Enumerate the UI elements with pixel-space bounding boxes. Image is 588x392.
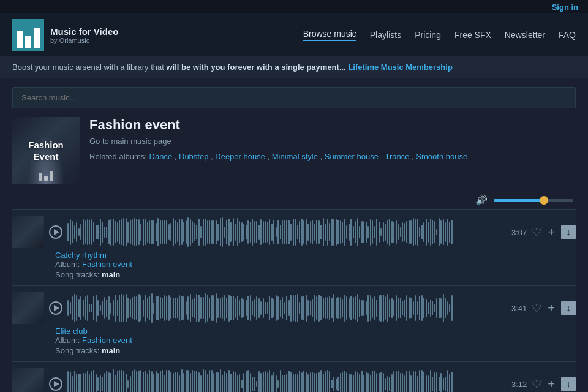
track-thumbnail: [12, 292, 44, 324]
related-dubstep[interactable]: Dubstep: [179, 152, 208, 161]
album-title: Fashion event: [89, 117, 576, 133]
header: Music for Video by Orlamusic Browse musi…: [0, 13, 588, 56]
nav-faq[interactable]: FAQ: [559, 30, 576, 40]
related-minimal-style[interactable]: Minimal style: [272, 152, 318, 161]
banner-text-before: Boost your music arsenal with a library …: [12, 62, 166, 72]
related-trance[interactable]: Trance: [385, 152, 410, 161]
search-input[interactable]: [12, 87, 576, 108]
track-title[interactable]: Elite club: [55, 326, 576, 336]
track-meta: Catchy rhythm Album: Fashion event Song …: [12, 248, 576, 281]
logo-area: Music for Video by Orlamusic: [12, 19, 118, 51]
logo-box: [12, 19, 44, 51]
nav-browse-music[interactable]: Browse music: [303, 29, 356, 41]
related-dance[interactable]: Dance: [149, 152, 173, 161]
track-actions: [532, 225, 576, 239]
play-button[interactable]: [49, 225, 62, 239]
download-button[interactable]: [561, 301, 576, 315]
logo-bar3: [34, 28, 40, 48]
track-album-link[interactable]: Fashion event: [82, 260, 132, 269]
track-row: 3:07 Catchy rhythm Album: Fashion event …: [12, 209, 576, 285]
nav-newsletter[interactable]: Newsletter: [505, 30, 545, 40]
promo-banner: Boost your music arsenal with a library …: [0, 56, 588, 78]
play-button[interactable]: [49, 301, 62, 315]
track-album: Album: Fashion event: [55, 260, 576, 269]
related-albums: Related albums: Dance , Dubstep , Deeper…: [89, 152, 576, 161]
track-main-row: 3:12: [12, 368, 576, 392]
track-row: 3:41 Elite club Album: Fashion event Son…: [12, 285, 576, 361]
album-cover: Fashion Event: [12, 117, 80, 184]
volume-control-row: 🔊: [12, 194, 576, 206]
track-row: 3:12: [12, 361, 576, 392]
related-deeper-house[interactable]: Deeper house: [215, 152, 265, 161]
nav-free-sfx[interactable]: Free SFX: [454, 30, 491, 40]
track-tracks-info: Song tracks: main: [55, 270, 576, 279]
download-button[interactable]: [561, 377, 576, 391]
main-content: Fashion Event Fashion event Go to main m…: [0, 78, 588, 392]
track-thumbnail: [12, 216, 44, 248]
related-label: Related albums:: [89, 152, 147, 161]
volume-icon: 🔊: [475, 194, 488, 206]
volume-slider[interactable]: [494, 199, 573, 202]
nav-pricing[interactable]: Pricing: [415, 30, 441, 40]
logo-text-area: Music for Video by Orlamusic: [50, 26, 118, 44]
waveform[interactable]: [67, 292, 502, 324]
track-duration: 3:12: [507, 380, 527, 389]
banner-link[interactable]: Lifetime Music Membership: [348, 62, 452, 72]
track-album-link[interactable]: Fashion event: [82, 336, 132, 345]
related-smooth-house[interactable]: Smooth house: [416, 152, 467, 161]
related-summer-house[interactable]: Summer house: [325, 152, 379, 161]
track-thumbnail: [12, 368, 44, 392]
track-type: main: [102, 346, 120, 355]
logo-subtitle: by Orlamusic: [50, 37, 118, 44]
album-main-page-link[interactable]: Go to main music page: [89, 137, 576, 146]
add-to-playlist-button[interactable]: [548, 225, 555, 239]
signin-link[interactable]: Sign in: [552, 2, 578, 12]
track-actions: [532, 301, 576, 315]
track-duration: 3:07: [507, 228, 527, 237]
album-section: Fashion Event Fashion event Go to main m…: [12, 117, 576, 184]
favorite-button[interactable]: [532, 377, 541, 391]
logo-bar1: [17, 31, 23, 48]
album-cover-icon: [39, 171, 53, 181]
topbar: Sign in: [0, 0, 588, 13]
waveform[interactable]: [67, 368, 502, 392]
track-main-row: 3:41: [12, 292, 576, 324]
logo-title: Music for Video: [50, 26, 118, 37]
favorite-button[interactable]: [532, 225, 541, 239]
main-nav: Browse music Playlists Pricing Free SFX …: [303, 29, 576, 41]
track-album: Album: Fashion event: [55, 336, 576, 345]
banner-text-bold: will be with you forever with a single p…: [166, 62, 345, 72]
track-type: main: [102, 270, 120, 279]
nav-playlists[interactable]: Playlists: [370, 30, 401, 40]
track-tracks-info: Song tracks: main: [55, 346, 576, 355]
logo-bar2: [25, 36, 31, 48]
add-to-playlist-button[interactable]: [548, 377, 555, 391]
track-meta: Elite club Album: Fashion event Song tra…: [12, 324, 576, 356]
track-main-row: 3:07: [12, 216, 576, 248]
play-button[interactable]: [49, 377, 62, 391]
track-title[interactable]: Catchy rhythm: [55, 251, 576, 260]
track-actions: [532, 377, 576, 391]
waveform[interactable]: [67, 216, 502, 248]
track-duration: 3:41: [507, 304, 527, 313]
album-info: Fashion event Go to main music page Rela…: [89, 117, 576, 161]
add-to-playlist-button[interactable]: [548, 301, 555, 315]
favorite-button[interactable]: [532, 301, 541, 315]
download-button[interactable]: [561, 225, 576, 239]
